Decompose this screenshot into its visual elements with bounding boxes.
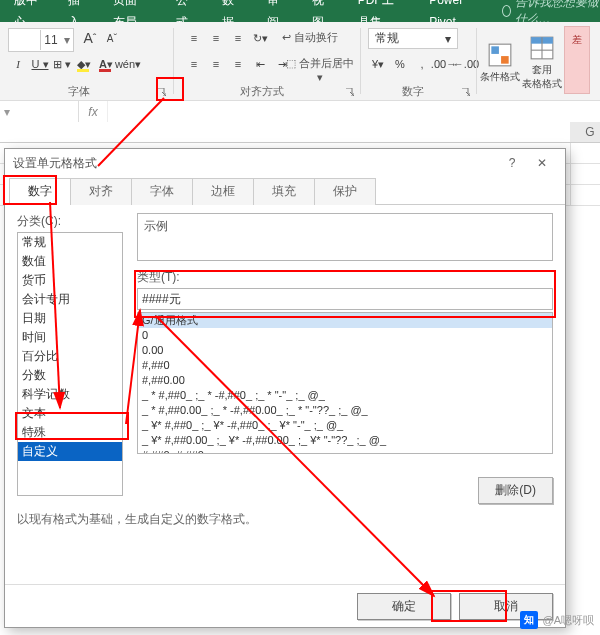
wrap-text-button[interactable]: ↩ 自动换行: [282, 30, 338, 45]
cat-scientific[interactable]: 科学记数: [18, 385, 122, 404]
group-styles: 条件格式 套用 表格格式 差: [480, 22, 600, 100]
percent-button[interactable]: %: [390, 54, 410, 74]
cell-style-bad[interactable]: 差: [564, 26, 590, 94]
group-font: 11 ▾ Aˆ Aˇ I U ▾ ⊞ ▾ ◆▾ A▾ wén▾ 字体: [0, 22, 170, 100]
align-middle-button[interactable]: ≡: [206, 28, 226, 48]
cat-time[interactable]: 时间: [18, 328, 122, 347]
cat-fraction[interactable]: 分数: [18, 366, 122, 385]
col-header-g[interactable]: G: [570, 122, 600, 142]
group-align: ≡ ≡ ≡ ↻▾ ≡ ≡ ≡ ⇤ ⇥ ↩ 自动换行 ⬚ 合并后居中 ▾ 对齐方式: [178, 22, 358, 100]
decimal-inc-button[interactable]: .00→: [434, 54, 454, 74]
font-color-button[interactable]: A▾: [96, 54, 116, 74]
fmt-item[interactable]: #,##0;-#,##0: [138, 448, 552, 454]
font-selector[interactable]: 11 ▾: [8, 28, 74, 52]
fmt-item[interactable]: 0: [138, 328, 552, 343]
watermark: 知 @A嗯呀呗: [520, 611, 594, 629]
cat-number[interactable]: 数值: [18, 252, 122, 271]
number-launcher[interactable]: [460, 86, 472, 98]
indent-dec-button[interactable]: ⇤: [250, 54, 270, 74]
fmt-item[interactable]: #,##0: [138, 358, 552, 373]
dialog-close-button[interactable]: ✕: [527, 151, 557, 175]
tab-font[interactable]: 字体: [131, 178, 193, 205]
align-left-button[interactable]: ≡: [184, 54, 204, 74]
tab-protect[interactable]: 保护: [314, 178, 376, 205]
group-number: 常规▾ ¥▾ % , .00→ ←.00 数字: [364, 22, 474, 100]
tab-border[interactable]: 边框: [192, 178, 254, 205]
dialog-footer: 确定 取消: [5, 584, 565, 627]
align-top-button[interactable]: ≡: [184, 28, 204, 48]
currency-button[interactable]: ¥▾: [368, 54, 388, 74]
fx-icon[interactable]: fx: [79, 101, 108, 123]
merge-center-button[interactable]: ⬚ 合并后居中 ▾: [282, 56, 358, 84]
zhihu-icon: 知: [520, 611, 538, 629]
group-number-label: 数字: [364, 84, 462, 99]
svg-rect-2: [501, 56, 509, 64]
fmt-item[interactable]: _ ¥* #,##0_ ;_ ¥* -#,##0_ ;_ ¥* "-"_ ;_ …: [138, 418, 552, 433]
formula-input[interactable]: [108, 101, 600, 123]
ribbon-tabs: 版中心 插入 页面布局 公式 数据 审阅 视图 PDF工具集 Power Piv…: [0, 0, 600, 22]
formula-bar: ▾ fx: [0, 101, 600, 124]
cat-text[interactable]: 文本: [18, 404, 122, 423]
align-center-button[interactable]: ≡: [206, 54, 226, 74]
sample-box: 示例: [137, 213, 553, 261]
align-right-button[interactable]: ≡: [228, 54, 248, 74]
fmt-item[interactable]: _ ¥* #,##0.00_ ;_ ¥* -#,##0.00_ ;_ ¥* "-…: [138, 433, 552, 448]
border-button[interactable]: ⊞ ▾: [52, 54, 72, 74]
sample-label: 示例: [144, 219, 168, 233]
ribbon-content: 11 ▾ Aˆ Aˇ I U ▾ ⊞ ▾ ◆▾ A▾ wén▾ 字体 ≡ ≡: [0, 22, 600, 101]
ok-button[interactable]: 确定: [357, 593, 451, 620]
decimal-dec-button[interactable]: ←.00: [456, 54, 476, 74]
chevron-down-icon[interactable]: ▾: [61, 33, 73, 47]
svg-rect-1: [491, 46, 499, 54]
fill-color-button[interactable]: ◆▾: [74, 54, 94, 74]
dialog-body: 分类(C): 常规 数值 货币 会计专用 日期 时间 百分比 分数 科学记数 文…: [5, 205, 565, 584]
cat-accounting[interactable]: 会计专用: [18, 290, 122, 309]
tab-number[interactable]: 数字: [9, 178, 71, 205]
fmt-item[interactable]: _ * #,##0.00_ ;_ * -#,##0.00_ ;_ * "-"??…: [138, 403, 552, 418]
type-label: 类型(T):: [137, 269, 553, 286]
cat-custom[interactable]: 自定义: [18, 442, 122, 461]
grow-font-button[interactable]: Aˆ: [80, 28, 100, 48]
cat-general[interactable]: 常规: [18, 233, 122, 252]
category-list[interactable]: 常规 数值 货币 会计专用 日期 时间 百分比 分数 科学记数 文本 特殊 自定…: [17, 232, 123, 496]
name-box[interactable]: ▾: [0, 101, 79, 123]
italic-button[interactable]: I: [8, 54, 28, 74]
cat-percent[interactable]: 百分比: [18, 347, 122, 366]
format-cells-dialog: 设置单元格格式 ? ✕ 数字 对齐 字体 边框 填充 保护 分类(C): 常规 …: [4, 148, 566, 628]
font-launcher[interactable]: [156, 86, 168, 98]
format-type-input[interactable]: [137, 288, 553, 310]
dialog-title-bar: 设置单元格格式 ? ✕: [5, 149, 565, 177]
pinyin-guide-button[interactable]: wén▾: [118, 54, 138, 74]
dialog-help-text: 以现有格式为基础，生成自定义的数字格式。: [17, 511, 257, 528]
format-code-list[interactable]: G/通用格式 0 0.00 #,##0 #,##0.00 _ * #,##0_ …: [137, 312, 553, 454]
right-pane: 示例 类型(T): G/通用格式 0 0.00 #,##0 #,##0.00 _…: [137, 213, 553, 454]
fmt-item[interactable]: 0.00: [138, 343, 552, 358]
orientation-button[interactable]: ↻▾: [250, 28, 270, 48]
group-font-label: 字体: [0, 84, 158, 99]
number-format-value: 常规: [375, 30, 399, 47]
underline-button[interactable]: U ▾: [30, 54, 50, 74]
fmt-item[interactable]: G/通用格式: [138, 313, 552, 328]
shrink-font-button[interactable]: Aˇ: [102, 28, 122, 48]
number-format-select[interactable]: 常规▾: [368, 28, 458, 49]
cat-special[interactable]: 特殊: [18, 423, 122, 442]
align-bottom-button[interactable]: ≡: [228, 28, 248, 48]
tab-fill[interactable]: 填充: [253, 178, 315, 205]
group-align-label: 对齐方式: [178, 84, 346, 99]
dialog-tabs: 数字 对齐 字体 边框 填充 保护: [5, 177, 565, 205]
bulb-icon: [502, 5, 511, 17]
dialog-title: 设置单元格格式: [13, 155, 97, 172]
conditional-format-button[interactable]: 条件格式: [480, 26, 520, 100]
fmt-item[interactable]: _ * #,##0_ ;_ * -#,##0_ ;_ * "-"_ ;_ @_: [138, 388, 552, 403]
align-launcher[interactable]: [344, 86, 356, 98]
cat-currency[interactable]: 货币: [18, 271, 122, 290]
table-format-button[interactable]: 套用 表格格式: [522, 26, 562, 100]
cat-date[interactable]: 日期: [18, 309, 122, 328]
watermark-text: @A嗯呀呗: [542, 613, 594, 628]
dialog-help-button[interactable]: ?: [497, 151, 527, 175]
font-size: 11: [41, 33, 61, 47]
comma-button[interactable]: ,: [412, 54, 432, 74]
delete-format-button[interactable]: 删除(D): [478, 477, 553, 504]
fmt-item[interactable]: #,##0.00: [138, 373, 552, 388]
tab-align[interactable]: 对齐: [70, 178, 132, 205]
